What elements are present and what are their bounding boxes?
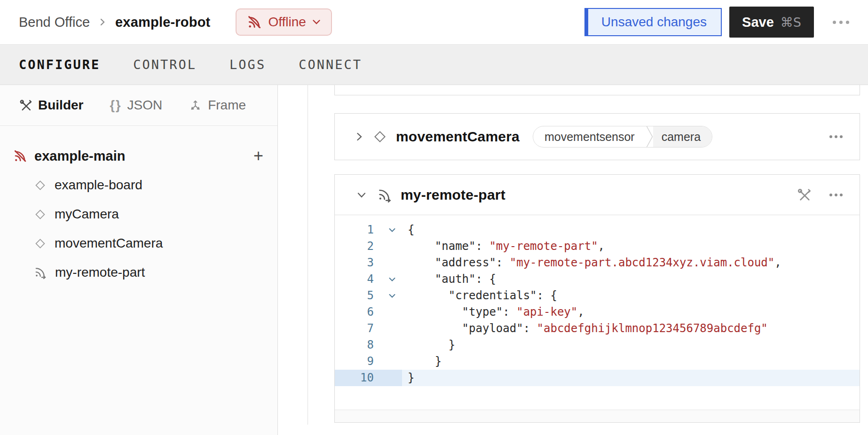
tab-control[interactable]: CONTROL	[133, 57, 197, 72]
unsaved-changes-badge[interactable]: Unsaved changes	[584, 8, 722, 36]
gutter: 3	[335, 255, 402, 271]
component-diamond-icon	[372, 129, 387, 144]
gutter: 10	[335, 370, 402, 386]
tree-item-example-main[interactable]: example-main +	[0, 141, 277, 171]
code-line[interactable]: 7 "payload": "abcdefghijklmnop123456789a…	[335, 320, 860, 337]
gutter: 2	[335, 238, 402, 255]
mode-label: Frame	[208, 98, 246, 113]
tree-root-label: example-main	[34, 148, 253, 164]
content: Builder{}JSONFrame example-main + examp	[0, 85, 868, 435]
save-label: Save	[742, 15, 774, 30]
panel-divider	[308, 85, 308, 425]
card-title: movementCamera	[396, 129, 520, 145]
breadcrumb-location-link[interactable]: Bend Office	[19, 15, 90, 30]
code-line[interactable]: 1{	[335, 222, 860, 238]
code-line[interactable]: 2 "name": "my-remote-part",	[335, 238, 860, 255]
previous-card-partial	[334, 85, 860, 95]
chevron-down-icon	[312, 19, 321, 25]
tag-movementsensor: movementsensor	[533, 126, 646, 147]
tree-item-example-board[interactable]: example-board	[0, 171, 277, 200]
code-text: "address": "my-remote-part.abcd1234xyz.v…	[402, 255, 860, 271]
tree-item-movementCamera[interactable]: movementCamera	[0, 229, 277, 258]
gutter: 1	[335, 222, 402, 238]
tabbar: CONFIGURECONTROLLOGSCONNECT	[0, 45, 868, 85]
tree-item-myCamera[interactable]: myCamera	[0, 200, 277, 229]
breadcrumb-separator-icon	[99, 16, 106, 28]
save-shortcut-hint: ⌘S	[781, 15, 801, 30]
card-title: my-remote-part	[401, 187, 505, 203]
line-number: 8	[335, 337, 374, 353]
mode-json[interactable]: {}JSON	[110, 98, 162, 113]
expand-card-button[interactable]	[355, 131, 363, 143]
topbar-left: Bend Office example-robot Offline	[19, 8, 332, 36]
card-stack: movementCamera movementsensorcamera	[334, 85, 860, 423]
code-line[interactable]: 9 }	[335, 353, 860, 370]
tree-children: example-boardmyCameramovementCameramy-re…	[0, 171, 277, 287]
mode-frame[interactable]: Frame	[189, 98, 246, 113]
line-number: 1	[335, 222, 374, 238]
fold-spacer	[374, 370, 402, 386]
fold-toggle-icon[interactable]	[374, 271, 402, 287]
line-number: 4	[335, 271, 374, 287]
frame-axes-icon	[189, 99, 202, 112]
remote-part-icon	[377, 187, 392, 202]
code-text: }	[402, 353, 860, 370]
code-line[interactable]: 4 "auth": {	[335, 271, 860, 287]
code-text: "type": "api-key",	[402, 304, 860, 320]
tree-item-label: my-remote-part	[55, 265, 145, 280]
mode-label: Builder	[38, 98, 83, 113]
build-tools-icon[interactable]	[797, 187, 812, 202]
component-type-tags: movementsensorcamera	[533, 126, 712, 148]
fold-toggle-icon[interactable]	[374, 287, 402, 304]
code-line[interactable]: 8 }	[335, 337, 860, 353]
card-menu-button[interactable]	[829, 194, 843, 196]
line-number: 9	[335, 353, 374, 370]
add-component-button[interactable]: +	[253, 148, 263, 164]
tree-item-label: example-board	[55, 178, 142, 193]
fold-spacer	[374, 353, 402, 370]
sidebar: Builder{}JSONFrame example-main + examp	[0, 85, 278, 435]
save-button[interactable]: Save ⌘S	[729, 7, 814, 38]
component-diamond-icon	[34, 237, 47, 250]
fold-spacer	[374, 337, 402, 353]
code-text: }	[402, 370, 860, 386]
json-code-editor[interactable]: 1{2 "name": "my-remote-part",3 "address"…	[335, 215, 860, 410]
line-number: 7	[335, 320, 374, 337]
gutter: 4	[335, 271, 402, 287]
mode-builder[interactable]: Builder	[19, 98, 83, 113]
fold-toggle-icon[interactable]	[374, 222, 402, 238]
code-line[interactable]: 5 "credentials": {	[335, 287, 860, 304]
viam-robot-config-app: Bend Office example-robot Offline	[0, 0, 868, 435]
code-text: "credentials": {	[402, 287, 860, 304]
tree-item-my-remote-part[interactable]: my-remote-part	[0, 258, 277, 287]
status-label: Offline	[268, 15, 306, 30]
card-menu-button[interactable]	[829, 135, 843, 138]
breadcrumb: Bend Office example-robot	[19, 15, 210, 30]
fold-spacer	[374, 238, 402, 255]
fold-spacer	[374, 304, 402, 320]
config-canvas: movementCamera movementsensorcamera	[278, 85, 868, 435]
code-text: }	[402, 337, 860, 353]
topbar: Bend Office example-robot Offline	[0, 0, 868, 45]
status-badge[interactable]: Offline	[236, 8, 331, 36]
tag-camera: camera	[653, 126, 712, 147]
tab-configure[interactable]: CONFIGURE	[19, 57, 100, 72]
view-mode-switcher: Builder{}JSONFrame	[0, 85, 277, 126]
collapse-card-button[interactable]	[355, 191, 368, 199]
tab-logs[interactable]: LOGS	[229, 57, 266, 72]
code-text: "name": "my-remote-part",	[402, 238, 860, 255]
gutter: 8	[335, 337, 402, 353]
code-line[interactable]: 3 "address": "my-remote-part.abcd1234xyz…	[335, 255, 860, 271]
tree-item-label: movementCamera	[55, 236, 163, 251]
card-movementCamera: movementCamera movementsensorcamera	[334, 113, 860, 160]
tab-connect[interactable]: CONNECT	[299, 57, 362, 72]
line-number: 5	[335, 287, 374, 304]
gutter: 6	[335, 304, 402, 320]
code-line[interactable]: 10}	[335, 370, 860, 386]
line-number: 10	[335, 370, 374, 386]
gutter: 5	[335, 287, 402, 304]
overflow-menu-button[interactable]	[833, 21, 849, 24]
gutter: 7	[335, 320, 402, 337]
code-line[interactable]: 6 "type": "api-key",	[335, 304, 860, 320]
line-number: 2	[335, 238, 374, 255]
